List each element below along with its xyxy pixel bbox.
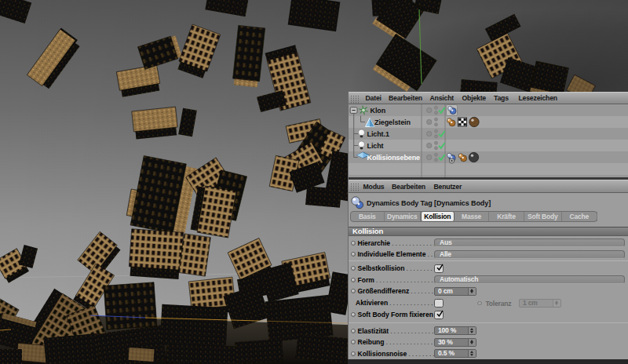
svg-text:Licht.1: Licht.1 (367, 130, 389, 138)
svg-text:Ziegelstein: Ziegelstein (374, 118, 411, 126)
svg-text:Licht: Licht (367, 142, 384, 150)
svg-text:Kollisionsebene: Kollisionsebene (367, 154, 421, 162)
svg-text:Klon: Klon (371, 107, 386, 115)
